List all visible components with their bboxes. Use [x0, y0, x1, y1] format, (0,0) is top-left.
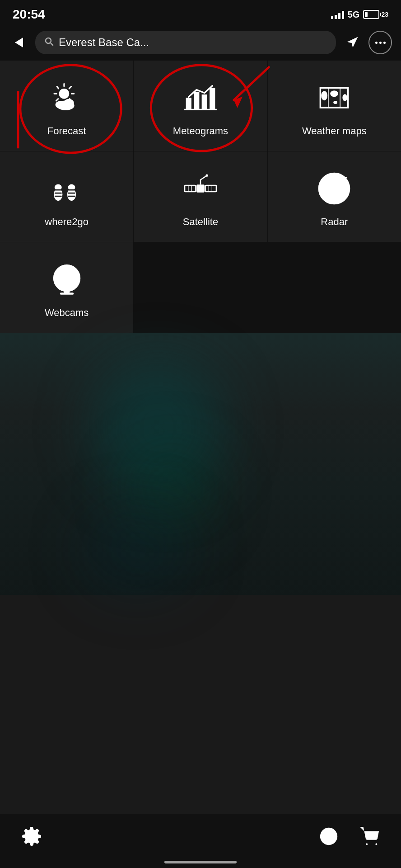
location-button[interactable]	[342, 33, 362, 52]
battery-percent: 23	[381, 11, 388, 18]
network-type: 5G	[348, 9, 360, 20]
bottom-nav	[0, 814, 401, 868]
home-indicator	[164, 861, 237, 863]
svg-line-6	[57, 87, 59, 89]
svg-point-21	[334, 101, 338, 104]
menu-grid: Forecast Meteograms	[0, 61, 401, 333]
menu-item-weather-maps[interactable]: Weather maps	[268, 61, 401, 151]
svg-point-1	[59, 89, 69, 99]
weather-maps-label: Weather maps	[302, 125, 367, 137]
svg-point-18	[321, 91, 327, 100]
where2go-label: where2go	[45, 216, 89, 228]
svg-marker-0	[347, 37, 358, 48]
search-bar-container: Everest Base Ca...	[0, 27, 401, 61]
back-arrow-icon	[15, 38, 23, 47]
menu-item-radar[interactable]: Radar	[268, 151, 401, 242]
svg-rect-15	[202, 94, 207, 109]
menu-item-meteograms[interactable]: Meteograms	[134, 61, 267, 151]
svg-point-62	[375, 843, 377, 845]
radar-label: Radar	[321, 216, 348, 228]
back-button[interactable]	[9, 33, 29, 52]
globe-button[interactable]	[315, 823, 342, 850]
svg-point-41	[205, 175, 208, 177]
svg-rect-24	[55, 189, 62, 191]
webcams-label: Webcams	[45, 307, 89, 319]
weather-maps-icon	[314, 77, 354, 118]
satellite-label: Satellite	[183, 216, 218, 228]
svg-rect-29	[68, 189, 75, 191]
meteograms-label: Meteograms	[173, 125, 228, 137]
svg-rect-14	[194, 92, 199, 109]
radar-icon	[314, 168, 354, 209]
bottom-content	[0, 333, 401, 595]
svg-rect-32	[196, 184, 205, 193]
svg-rect-33	[185, 185, 196, 192]
svg-rect-30	[68, 193, 75, 194]
svg-point-47	[342, 179, 345, 182]
signal-icon	[331, 10, 344, 19]
svg-line-9	[56, 99, 58, 101]
menu-grid-wrapper: Forecast Meteograms	[0, 61, 401, 333]
svg-point-50	[63, 274, 71, 282]
status-right: 5G 23	[331, 9, 388, 20]
nav-right	[315, 823, 383, 850]
more-options-button[interactable]	[368, 31, 392, 54]
forecast-icon	[47, 77, 87, 118]
satellite-icon	[180, 168, 221, 209]
svg-rect-36	[205, 185, 216, 192]
menu-item-satellite[interactable]: Satellite	[134, 151, 267, 242]
svg-rect-26	[55, 196, 62, 197]
where2go-icon	[47, 168, 87, 209]
svg-point-19	[331, 90, 339, 97]
webcams-icon	[47, 259, 87, 300]
settings-button[interactable]	[18, 823, 45, 850]
svg-point-20	[343, 94, 348, 101]
forecast-label: Forecast	[47, 125, 86, 137]
svg-line-40	[200, 176, 206, 180]
svg-rect-52	[60, 292, 74, 294]
menu-item-where2go[interactable]: where2go	[0, 151, 133, 242]
svg-rect-31	[68, 196, 75, 197]
menu-item-forecast[interactable]: Forecast	[0, 61, 133, 151]
search-icon	[43, 36, 54, 49]
status-bar: 20:54 5G 23	[0, 0, 401, 27]
svg-point-12	[64, 99, 74, 108]
svg-rect-25	[55, 193, 62, 194]
menu-item-webcams[interactable]: Webcams	[0, 242, 133, 333]
status-time: 20:54	[13, 7, 45, 22]
svg-rect-13	[186, 98, 191, 109]
search-box[interactable]: Everest Base Ca...	[35, 31, 336, 54]
battery-icon: 23	[363, 10, 388, 19]
svg-line-8	[69, 87, 71, 89]
cart-button[interactable]	[356, 823, 383, 850]
meteograms-icon	[180, 77, 221, 118]
search-text: Everest Base Ca...	[59, 36, 149, 49]
svg-point-61	[366, 843, 368, 845]
svg-rect-16	[210, 88, 215, 109]
